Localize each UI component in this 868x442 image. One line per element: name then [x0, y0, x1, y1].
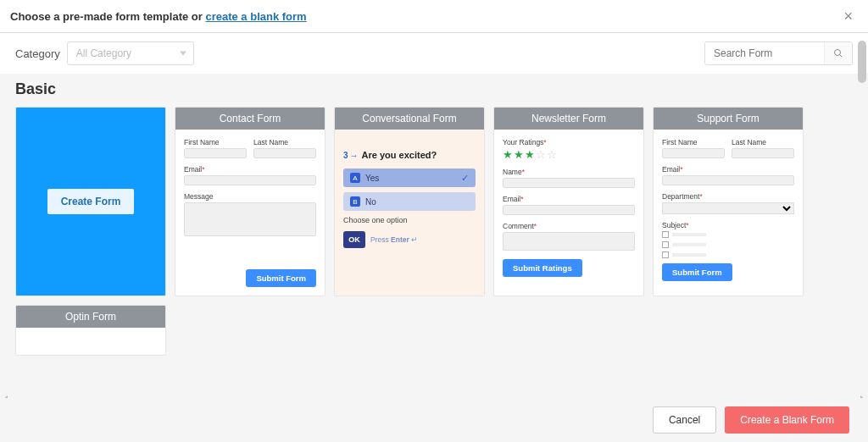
card-title: Optin Form — [16, 306, 165, 328]
card-title: Newsletter Form — [494, 108, 643, 130]
contact-submit-button: Submit Form — [246, 269, 316, 287]
category-select-value: All Category — [76, 47, 131, 59]
card-contact-form[interactable]: Contact Form First Name Last Name Email* — [175, 107, 326, 296]
support-department-label: Department* — [662, 192, 794, 201]
option-label: No — [365, 197, 376, 207]
contact-email-label: Email* — [184, 165, 316, 174]
search-button[interactable] — [824, 42, 852, 64]
question-number: 3→ — [343, 151, 359, 160]
star-icon: ★ — [514, 148, 524, 161]
section-title: Basic — [15, 80, 853, 98]
support-email-label: Email* — [662, 165, 794, 174]
search-input[interactable] — [705, 42, 824, 64]
placeholder-bar — [672, 253, 706, 257]
contact-first-name-label: First Name — [184, 138, 247, 146]
support-last-name-label: Last Name — [732, 138, 794, 146]
newsletter-email-label: Email* — [503, 195, 635, 203]
newsletter-comment-area — [503, 232, 635, 251]
search-form — [704, 41, 853, 65]
create-form-button[interactable]: Create Form — [47, 189, 135, 214]
checkbox-row — [662, 251, 794, 258]
star-icon: ★ — [503, 148, 513, 161]
svg-line-1 — [840, 55, 843, 58]
enter-hint: Press Enter ↵ — [370, 235, 418, 244]
scrollbar-thumb[interactable] — [858, 41, 866, 83]
vertical-scrollbar[interactable] — [856, 39, 868, 391]
checkbox-icon — [662, 231, 669, 238]
support-submit-button: Submit Form — [662, 263, 732, 281]
ratings-label: Your Ratings* — [503, 138, 635, 146]
checkbox-icon — [662, 241, 669, 248]
card-title: Conversational Form — [335, 108, 484, 130]
option-label: Yes — [365, 174, 379, 183]
ok-button: OK — [343, 231, 365, 248]
checkbox-row — [662, 241, 794, 248]
check-icon: ✓ — [461, 173, 469, 184]
support-subject-label: Subject* — [662, 221, 794, 229]
close-icon[interactable]: × — [838, 7, 858, 25]
question-text: Are you excited? — [362, 150, 437, 160]
support-first-name-label: First Name — [662, 138, 725, 146]
option-key: B — [350, 196, 360, 207]
option-no: B No — [343, 192, 476, 211]
support-department-select — [662, 202, 794, 214]
card-optin-form[interactable]: Optin Form — [15, 305, 166, 356]
modal-title: Choose a pre-made form template or creat… — [10, 10, 307, 23]
category-select[interactable]: All Category — [67, 41, 194, 65]
search-icon — [833, 48, 843, 58]
newsletter-submit-button: Submit Ratings — [503, 259, 582, 277]
contact-message-area — [184, 202, 316, 236]
support-email-input — [662, 175, 794, 185]
create-blank-link[interactable]: create a blank form — [205, 10, 306, 23]
modal-title-text: Choose a pre-made form template or — [10, 10, 205, 23]
svg-point-0 — [835, 50, 841, 56]
checkbox-row — [662, 231, 794, 238]
contact-email-input — [184, 175, 316, 185]
arrow-right-icon: → — [350, 151, 359, 160]
card-create-form[interactable]: Create Form — [15, 107, 166, 296]
choose-hint: Choose one option — [343, 216, 476, 224]
newsletter-name-input — [503, 178, 635, 188]
newsletter-email-input — [503, 205, 635, 215]
star-icon: ☆ — [547, 148, 557, 161]
category-label: Category — [15, 47, 60, 60]
support-last-name-input — [732, 148, 794, 158]
card-newsletter-form[interactable]: Newsletter Form Your Ratings* ★ ★ ★ ☆ ☆ … — [493, 107, 644, 296]
newsletter-name-label: Name* — [503, 168, 635, 176]
placeholder-bar — [672, 233, 706, 236]
star-icon: ★ — [525, 148, 535, 161]
option-key: A — [350, 173, 360, 183]
contact-message-label: Message — [184, 192, 316, 201]
contact-last-name-label: Last Name — [253, 138, 316, 146]
contact-last-name-input — [253, 148, 316, 158]
card-title: Contact Form — [175, 108, 325, 130]
card-conversational-form[interactable]: Conversational Form 3→ Are you excited? … — [334, 107, 485, 296]
newsletter-comment-label: Comment* — [503, 222, 635, 230]
contact-first-name-input — [184, 148, 247, 158]
star-rating: ★ ★ ★ ☆ ☆ — [503, 148, 635, 161]
card-support-form[interactable]: Support Form First Name Last Name Email* — [653, 107, 804, 296]
star-icon: ☆ — [536, 148, 546, 161]
placeholder-bar — [672, 243, 706, 246]
support-first-name-input — [662, 148, 725, 158]
option-yes: A Yes ✓ — [343, 169, 476, 187]
cancel-button[interactable]: Cancel — [653, 406, 716, 434]
checkbox-icon — [662, 251, 669, 258]
create-blank-form-button[interactable]: Create a Blank Form — [725, 406, 849, 434]
card-title: Support Form — [654, 108, 803, 130]
